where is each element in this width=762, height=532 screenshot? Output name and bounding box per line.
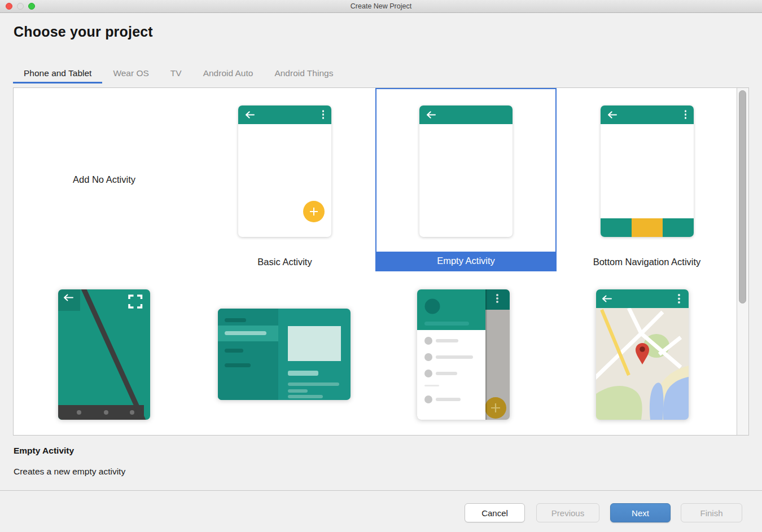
tab-wear-os[interactable]: Wear OS bbox=[102, 64, 159, 83]
dimmed-fab-plus-icon bbox=[485, 397, 506, 419]
dialog-footer: Cancel Previous Next Finish bbox=[0, 490, 762, 532]
tab-bar: Phone and Tablet Wear OS TV Android Auto… bbox=[13, 64, 344, 83]
titlebar: Create New Project bbox=[0, 0, 762, 13]
card-label: Add No Activity bbox=[14, 88, 195, 271]
tab-tv[interactable]: TV bbox=[160, 64, 192, 83]
avatar bbox=[425, 299, 440, 314]
fab-plus-icon bbox=[303, 201, 325, 222]
overflow-menu-icon bbox=[496, 294, 498, 303]
bottom-navigation-bar bbox=[601, 218, 694, 237]
back-arrow-icon bbox=[426, 111, 436, 119]
overflow-menu-icon bbox=[322, 110, 325, 119]
next-button[interactable]: Next bbox=[610, 503, 671, 522]
card-basic-activity[interactable]: Basic Activity bbox=[194, 88, 375, 271]
app-toolbar bbox=[419, 105, 513, 124]
card-bottom-navigation-activity[interactable]: Bottom Navigation Activity bbox=[557, 88, 737, 271]
card-add-no-activity[interactable]: Add No Activity bbox=[14, 88, 195, 271]
selected-template-description: Creates a new empty activity bbox=[14, 467, 125, 477]
card-navigation-drawer-activity[interactable] bbox=[417, 289, 510, 420]
card-fullscreen-activity[interactable] bbox=[58, 289, 150, 420]
overflow-menu-icon bbox=[685, 110, 687, 119]
tab-android-things[interactable]: Android Things bbox=[264, 64, 344, 83]
card-label: Basic Activity bbox=[194, 253, 375, 271]
previous-button[interactable]: Previous bbox=[536, 503, 599, 522]
card-master-detail-flow[interactable] bbox=[218, 309, 351, 400]
back-arrow-icon bbox=[244, 111, 255, 119]
scrollbar-track[interactable] bbox=[737, 88, 748, 435]
card-label: Bottom Navigation Activity bbox=[557, 253, 737, 271]
template-gallery: Add No Activity Basic Activity bbox=[13, 87, 749, 436]
phone-mockup bbox=[601, 105, 694, 237]
finish-button[interactable]: Finish bbox=[681, 503, 742, 522]
phone-mockup bbox=[419, 105, 513, 237]
back-arrow-icon bbox=[607, 111, 618, 119]
overflow-menu-icon bbox=[678, 294, 680, 304]
cancel-button[interactable]: Cancel bbox=[465, 503, 525, 522]
app-toolbar bbox=[601, 105, 694, 124]
tab-android-auto[interactable]: Android Auto bbox=[192, 64, 264, 83]
app-toolbar bbox=[238, 105, 331, 124]
card-label-selected: Empty Activity bbox=[376, 252, 555, 270]
tab-phone-and-tablet[interactable]: Phone and Tablet bbox=[13, 64, 102, 83]
phone-mockup bbox=[238, 105, 331, 237]
card-google-maps-activity[interactable] bbox=[596, 289, 689, 420]
scrollbar-thumb[interactable] bbox=[739, 90, 746, 304]
window-title: Create New Project bbox=[0, 0, 762, 12]
card-empty-activity[interactable]: Empty Activity bbox=[375, 88, 557, 271]
selected-template-title: Empty Activity bbox=[14, 446, 74, 456]
page-title: Choose your project bbox=[14, 24, 153, 40]
